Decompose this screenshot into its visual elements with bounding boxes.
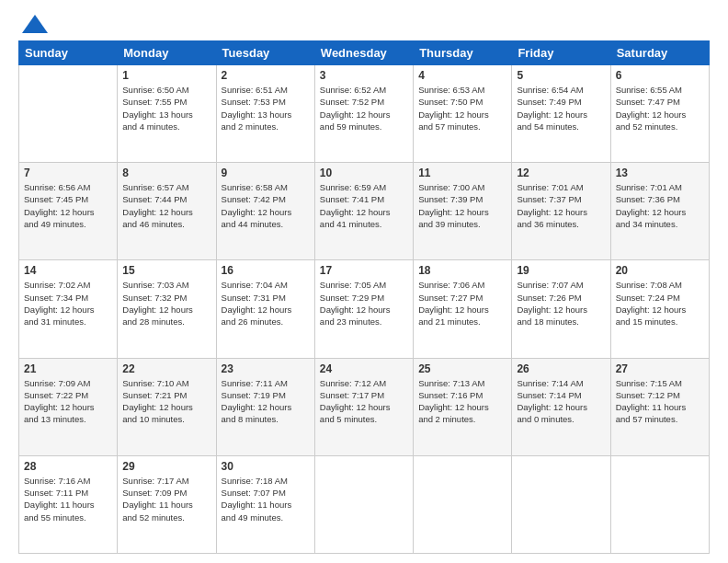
calendar-cell: 17Sunrise: 7:05 AM Sunset: 7:29 PM Dayli… — [314, 260, 413, 358]
calendar-cell: 15Sunrise: 7:03 AM Sunset: 7:32 PM Dayli… — [118, 260, 216, 358]
calendar-cell: 3Sunrise: 6:52 AM Sunset: 7:52 PM Daylig… — [314, 65, 413, 163]
day-info: Sunrise: 7:13 AM Sunset: 7:16 PM Dayligh… — [418, 377, 506, 426]
calendar-cell — [610, 455, 709, 553]
calendar-cell: 28Sunrise: 7:16 AM Sunset: 7:11 PM Dayli… — [19, 455, 118, 553]
calendar-cell: 19Sunrise: 7:07 AM Sunset: 7:26 PM Dayli… — [512, 260, 610, 358]
calendar-cell: 27Sunrise: 7:15 AM Sunset: 7:12 PM Dayli… — [610, 358, 709, 455]
day-info: Sunrise: 7:12 AM Sunset: 7:17 PM Dayligh… — [320, 377, 408, 426]
week-row-3: 14Sunrise: 7:02 AM Sunset: 7:34 PM Dayli… — [19, 260, 710, 358]
day-info: Sunrise: 7:15 AM Sunset: 7:12 PM Dayligh… — [616, 377, 704, 426]
day-info: Sunrise: 6:50 AM Sunset: 7:55 PM Dayligh… — [122, 84, 210, 132]
col-header-monday: Monday — [118, 41, 216, 65]
day-info: Sunrise: 6:52 AM Sunset: 7:52 PM Dayligh… — [320, 84, 408, 132]
day-number: 22 — [122, 362, 210, 375]
day-info: Sunrise: 6:59 AM Sunset: 7:41 PM Dayligh… — [320, 181, 408, 230]
day-number: 17 — [320, 264, 408, 277]
calendar-cell: 21Sunrise: 7:09 AM Sunset: 7:22 PM Dayli… — [19, 358, 118, 455]
day-info: Sunrise: 7:05 AM Sunset: 7:29 PM Dayligh… — [320, 279, 408, 327]
calendar-cell: 9Sunrise: 6:58 AM Sunset: 7:42 PM Daylig… — [216, 163, 314, 260]
calendar-cell: 2Sunrise: 6:51 AM Sunset: 7:53 PM Daylig… — [216, 65, 314, 163]
day-info: Sunrise: 6:56 AM Sunset: 7:45 PM Dayligh… — [24, 181, 112, 230]
day-number: 8 — [122, 167, 210, 179]
day-number: 28 — [24, 460, 112, 473]
day-info: Sunrise: 7:14 AM Sunset: 7:14 PM Dayligh… — [517, 377, 605, 426]
calendar-cell: 29Sunrise: 7:17 AM Sunset: 7:09 PM Dayli… — [118, 455, 216, 553]
calendar-cell: 13Sunrise: 7:01 AM Sunset: 7:36 PM Dayli… — [610, 163, 709, 260]
day-info: Sunrise: 6:54 AM Sunset: 7:49 PM Dayligh… — [517, 84, 605, 132]
day-number: 14 — [24, 264, 112, 277]
col-header-tuesday: Tuesday — [216, 41, 314, 65]
calendar-cell: 22Sunrise: 7:10 AM Sunset: 7:21 PM Dayli… — [118, 358, 216, 455]
day-number: 21 — [24, 362, 112, 375]
calendar-cell: 24Sunrise: 7:12 AM Sunset: 7:17 PM Dayli… — [314, 358, 413, 455]
day-number: 18 — [418, 264, 506, 277]
day-info: Sunrise: 7:04 AM Sunset: 7:31 PM Dayligh… — [222, 279, 310, 327]
day-info: Sunrise: 7:17 AM Sunset: 7:09 PM Dayligh… — [122, 475, 210, 523]
day-number: 10 — [320, 167, 408, 179]
day-number: 7 — [24, 167, 112, 179]
logo — [18, 15, 48, 33]
day-info: Sunrise: 6:57 AM Sunset: 7:44 PM Dayligh… — [122, 181, 210, 230]
page: SundayMondayTuesdayWednesdayThursdayFrid… — [0, 0, 728, 563]
calendar-cell: 8Sunrise: 6:57 AM Sunset: 7:44 PM Daylig… — [118, 163, 216, 260]
day-info: Sunrise: 7:03 AM Sunset: 7:32 PM Dayligh… — [122, 279, 210, 327]
calendar-cell: 4Sunrise: 6:53 AM Sunset: 7:50 PM Daylig… — [414, 65, 512, 163]
day-number: 25 — [418, 362, 506, 375]
calendar-cell: 10Sunrise: 6:59 AM Sunset: 7:41 PM Dayli… — [314, 163, 413, 260]
calendar-cell: 26Sunrise: 7:14 AM Sunset: 7:14 PM Dayli… — [512, 358, 610, 455]
calendar-cell: 20Sunrise: 7:08 AM Sunset: 7:24 PM Dayli… — [610, 260, 709, 358]
calendar-cell: 11Sunrise: 7:00 AM Sunset: 7:39 PM Dayli… — [414, 163, 512, 260]
day-number: 19 — [517, 264, 605, 277]
day-number: 16 — [222, 264, 310, 277]
day-number: 24 — [320, 362, 408, 375]
calendar-cell: 12Sunrise: 7:01 AM Sunset: 7:37 PM Dayli… — [512, 163, 610, 260]
day-number: 5 — [517, 69, 605, 82]
calendar-cell — [314, 455, 413, 553]
col-header-sunday: Sunday — [19, 41, 118, 65]
header — [18, 15, 710, 33]
day-number: 2 — [222, 69, 310, 82]
day-number: 6 — [616, 69, 704, 82]
day-number: 29 — [122, 460, 210, 473]
day-info: Sunrise: 7:09 AM Sunset: 7:22 PM Dayligh… — [24, 377, 112, 426]
day-info: Sunrise: 7:10 AM Sunset: 7:21 PM Dayligh… — [122, 377, 210, 426]
week-row-4: 21Sunrise: 7:09 AM Sunset: 7:22 PM Dayli… — [19, 358, 710, 455]
day-number: 12 — [517, 167, 605, 179]
svg-marker-0 — [22, 15, 48, 33]
calendar-cell: 7Sunrise: 6:56 AM Sunset: 7:45 PM Daylig… — [19, 163, 118, 260]
day-info: Sunrise: 7:06 AM Sunset: 7:27 PM Dayligh… — [418, 279, 506, 327]
week-row-2: 7Sunrise: 6:56 AM Sunset: 7:45 PM Daylig… — [19, 163, 710, 260]
day-number: 11 — [418, 167, 506, 179]
day-number: 20 — [616, 264, 704, 277]
calendar-cell: 18Sunrise: 7:06 AM Sunset: 7:27 PM Dayli… — [414, 260, 512, 358]
day-info: Sunrise: 7:07 AM Sunset: 7:26 PM Dayligh… — [517, 279, 605, 327]
calendar-table: SundayMondayTuesdayWednesdayThursdayFrid… — [18, 40, 710, 554]
col-header-saturday: Saturday — [610, 41, 709, 65]
day-info: Sunrise: 7:00 AM Sunset: 7:39 PM Dayligh… — [418, 181, 506, 230]
calendar-cell: 14Sunrise: 7:02 AM Sunset: 7:34 PM Dayli… — [19, 260, 118, 358]
day-info: Sunrise: 6:55 AM Sunset: 7:47 PM Dayligh… — [616, 84, 704, 132]
calendar-cell: 6Sunrise: 6:55 AM Sunset: 7:47 PM Daylig… — [610, 65, 709, 163]
col-header-wednesday: Wednesday — [314, 41, 413, 65]
day-info: Sunrise: 6:51 AM Sunset: 7:53 PM Dayligh… — [222, 84, 310, 132]
day-number: 26 — [517, 362, 605, 375]
day-number: 15 — [122, 264, 210, 277]
day-info: Sunrise: 7:08 AM Sunset: 7:24 PM Dayligh… — [616, 279, 704, 327]
calendar-cell: 25Sunrise: 7:13 AM Sunset: 7:16 PM Dayli… — [414, 358, 512, 455]
calendar-cell — [19, 65, 118, 163]
week-row-1: 1Sunrise: 6:50 AM Sunset: 7:55 PM Daylig… — [19, 65, 710, 163]
day-info: Sunrise: 7:01 AM Sunset: 7:36 PM Dayligh… — [616, 181, 704, 230]
week-row-5: 28Sunrise: 7:16 AM Sunset: 7:11 PM Dayli… — [19, 455, 710, 553]
day-info: Sunrise: 7:18 AM Sunset: 7:07 PM Dayligh… — [222, 475, 310, 523]
day-number: 27 — [616, 362, 704, 375]
col-header-thursday: Thursday — [414, 41, 512, 65]
day-number: 3 — [320, 69, 408, 82]
day-info: Sunrise: 7:16 AM Sunset: 7:11 PM Dayligh… — [24, 475, 112, 523]
day-info: Sunrise: 6:53 AM Sunset: 7:50 PM Dayligh… — [418, 84, 506, 132]
day-info: Sunrise: 7:01 AM Sunset: 7:37 PM Dayligh… — [517, 181, 605, 230]
calendar-cell: 5Sunrise: 6:54 AM Sunset: 7:49 PM Daylig… — [512, 65, 610, 163]
day-number: 23 — [222, 362, 310, 375]
calendar-cell: 30Sunrise: 7:18 AM Sunset: 7:07 PM Dayli… — [216, 455, 314, 553]
calendar-cell: 1Sunrise: 6:50 AM Sunset: 7:55 PM Daylig… — [118, 65, 216, 163]
col-header-friday: Friday — [512, 41, 610, 65]
